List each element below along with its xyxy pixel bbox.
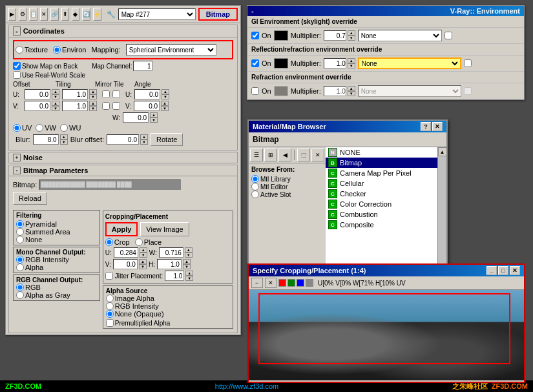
vw-radio-item[interactable]: VW [36, 124, 56, 132]
angle-v-input[interactable] [134, 101, 160, 111]
jitter-input[interactable] [165, 271, 184, 281]
map-channel-input[interactable] [133, 61, 152, 71]
offset-u-input[interactable] [25, 89, 50, 99]
blur-up[interactable]: ▲ [60, 134, 68, 139]
show-map-checkbox[interactable]: Show Map on Back Map Channel: [13, 61, 233, 71]
crop-v-input[interactable] [113, 259, 138, 269]
crop-v-up[interactable]: ▲ [139, 259, 147, 264]
crop-w-down[interactable]: ▼ [185, 253, 193, 258]
cropping-close-btn[interactable]: ✕ [510, 266, 520, 275]
mat-item-camera[interactable]: C Camera Map Per Pixel [326, 168, 437, 178]
refr-none-select[interactable]: None [358, 85, 461, 97]
tiling-u-down[interactable]: ▼ [89, 94, 97, 99]
noise-toggle[interactable]: + [13, 154, 21, 161]
wu-radio[interactable] [60, 124, 68, 132]
mirror-u-check[interactable] [102, 90, 110, 98]
tile-u-check[interactable] [112, 90, 120, 98]
gi-on-check[interactable] [251, 32, 259, 39]
uv-radio[interactable] [13, 124, 21, 132]
crop-v-down[interactable]: ▼ [139, 264, 147, 269]
toolbar-btn-7[interactable]: ◆ [72, 8, 79, 21]
tiling-u-up[interactable]: ▲ [89, 89, 97, 94]
angle-v-down[interactable]: ▼ [161, 106, 169, 111]
toolbar-btn-4[interactable]: ✕ [40, 8, 48, 21]
rotate-button[interactable]: Rotate [151, 133, 183, 146]
mat-list-view-btn[interactable]: ☰ [250, 149, 263, 161]
summed-area-radio[interactable]: Summed Area [16, 228, 97, 236]
matbrowser-help-btn[interactable]: ? [421, 122, 431, 131]
wu-radio-item[interactable]: WU [60, 124, 81, 132]
jitter-up[interactable]: ▲ [185, 271, 193, 276]
vw-radio[interactable] [36, 124, 43, 132]
coord-toggle[interactable]: - [13, 26, 21, 36]
angle-u-input[interactable] [134, 89, 160, 99]
offset-v-down[interactable]: ▼ [52, 106, 59, 111]
crop-u-input[interactable] [114, 247, 138, 258]
refl-on-check[interactable] [251, 59, 259, 67]
offset-u-up[interactable]: ▲ [52, 89, 59, 94]
tiling-v-up[interactable]: ▲ [89, 101, 97, 106]
rgb-intensity-radio[interactable]: RGB Intensity [16, 256, 97, 263]
blur-input[interactable] [33, 134, 59, 145]
refr-on-check[interactable] [251, 87, 259, 95]
angle-v-up[interactable]: ▲ [161, 101, 169, 106]
gi-multiplier-input[interactable] [324, 30, 346, 41]
tiling-v-down[interactable]: ▼ [89, 106, 97, 111]
mat-item-cellular[interactable]: C Cellular [326, 178, 437, 189]
alpha-mono-radio[interactable]: Alpha [16, 263, 97, 271]
refl-none-select[interactable]: None [358, 57, 461, 69]
offset-u-down[interactable]: ▼ [52, 94, 59, 99]
none-filter-radio[interactable]: None [16, 236, 97, 243]
blur-down[interactable]: ▼ [60, 139, 68, 145]
refr-multiplier-input[interactable] [324, 86, 346, 96]
mtl-library-radio[interactable]: Mtl Library [251, 175, 323, 183]
vray-close-btn[interactable]: - [251, 7, 254, 15]
toolbar-btn-2[interactable]: ⚙ [19, 8, 26, 21]
view-image-button[interactable]: View Image [140, 222, 189, 236]
cropping-max-btn[interactable]: □ [498, 266, 508, 275]
place-radio[interactable]: Place [135, 238, 162, 246]
refl-check2[interactable] [464, 59, 472, 67]
texture-radio-item[interactable]: Texture [16, 46, 48, 54]
mat-item-checker[interactable]: C Checker [326, 189, 437, 199]
realworld-checkbox[interactable]: Use Real-World Scale [13, 71, 233, 79]
refl-color-swatch[interactable] [274, 58, 288, 68]
refr-color-swatch[interactable] [274, 86, 288, 96]
blur-offset-down[interactable]: ▼ [140, 139, 148, 145]
mapping-select[interactable]: Spherical Environment [126, 44, 216, 56]
toolbar-btn-6[interactable]: ⬆ [61, 8, 69, 21]
rgb-intensity-alpha-radio[interactable]: RGB Intensity [106, 302, 230, 310]
refl-multiplier-input[interactable] [324, 58, 346, 68]
gi-check2[interactable] [444, 32, 452, 39]
crop-color-gray[interactable] [306, 279, 313, 287]
offset-v-up[interactable]: ▲ [52, 101, 59, 106]
gi-mult-down[interactable]: ▼ [348, 36, 355, 41]
mat-item-composite[interactable]: C Composite [326, 220, 437, 230]
mat-item-colorcorrection[interactable]: C Color Correction [326, 199, 437, 209]
refr-mult-up[interactable]: ▲ [348, 86, 355, 91]
toolbar-btn-3[interactable]: 📋 [29, 8, 37, 21]
active-slot-radio[interactable]: Active Slot [251, 191, 323, 198]
toolbar-btn-1[interactable]: ▶ [8, 8, 16, 21]
gi-color-swatch[interactable] [274, 30, 288, 41]
refr-check2[interactable] [464, 87, 472, 95]
alpha-as-gray-radio[interactable]: Alpha as Gray [16, 291, 97, 299]
tiling-u-input[interactable] [62, 89, 88, 99]
mat-copy-btn[interactable]: ⬚ [297, 149, 310, 161]
rgb-radio[interactable]: RGB [16, 284, 97, 291]
tiling-v-input[interactable] [62, 101, 88, 111]
mat-item-combustion[interactable]: C Combustion [326, 209, 437, 220]
crop-tool-back[interactable]: ← [251, 278, 263, 288]
apply-button[interactable]: Apply [105, 222, 138, 236]
toolbar-btn-9[interactable]: ⚡ [93, 8, 101, 21]
none-opaque-radio[interactable]: None (Opaque) [106, 310, 230, 318]
mat-delete-btn[interactable]: ✕ [311, 149, 324, 161]
angle-u-up[interactable]: ▲ [162, 89, 169, 94]
refl-mult-down[interactable]: ▼ [348, 63, 355, 68]
texture-radio[interactable] [16, 46, 23, 54]
uv-radio-item[interactable]: UV [13, 124, 32, 132]
cropping-min-btn[interactable]: _ [486, 266, 497, 275]
map-select[interactable]: Map #277 [118, 8, 196, 20]
jitter-down[interactable]: ▼ [185, 276, 193, 281]
mat-item-none[interactable]: N NONE [326, 147, 437, 158]
